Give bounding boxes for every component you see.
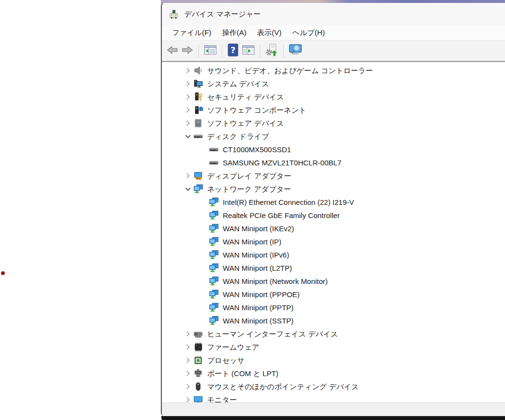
chevron-right-icon[interactable] (182, 342, 193, 353)
tree-item[interactable]: ディスプレイ アダプター (162, 169, 505, 182)
tree-item-label: システム デバイス (207, 77, 269, 90)
tree-item-label: WAN Miniport (SSTP) (223, 314, 293, 327)
tree-item-label: WAN Miniport (Network Monitor) (223, 275, 328, 288)
menu-file[interactable]: ファイル(F) (167, 28, 217, 38)
back-button[interactable] (165, 42, 180, 59)
tree-item[interactable]: プロセッサ (162, 354, 505, 367)
menu-action[interactable]: 操作(A) (217, 28, 252, 38)
toolbar-separator (198, 44, 199, 58)
tree-item-label: ディスク ドライブ (207, 130, 269, 143)
tree-item-label: ディスプレイ アダプター (207, 169, 291, 182)
show-action-pane-button[interactable] (240, 42, 256, 59)
toolbar: ? (162, 40, 505, 62)
tree-item[interactable]: WAN Miniport (IKEv2) (162, 222, 505, 235)
disk-drive-icon (209, 144, 219, 155)
chevron-right-icon[interactable] (182, 355, 193, 366)
chevron-right-icon[interactable] (182, 79, 193, 89)
tree-item-label: サウンド、ビデオ、およびゲーム コントローラー (207, 64, 373, 77)
tree-item[interactable]: ソフトウェア コンポーネント (162, 103, 505, 117)
network-adapter-icon (209, 223, 219, 234)
chevron-right-icon[interactable] (182, 171, 193, 181)
port-icon (193, 368, 203, 379)
network-adapter-icon (209, 197, 219, 207)
toolbar-separator (222, 44, 222, 58)
chevron-right-icon[interactable] (182, 92, 193, 102)
tree-item[interactable]: WAN Miniport (Network Monitor) (162, 275, 505, 288)
tree-item[interactable]: ディスク ドライブ (162, 130, 505, 143)
help-button[interactable]: ? (226, 42, 240, 59)
menu-view[interactable]: 表示(V) (252, 28, 287, 38)
network-adapter-icon (209, 237, 219, 247)
chevron-right-icon[interactable] (182, 368, 193, 379)
network-adapter-icon (209, 316, 219, 326)
tree-item[interactable]: ネットワーク アダプター (162, 182, 505, 196)
computer-search-icon (289, 43, 303, 58)
tree-item[interactable]: ヒューマン インターフェイス デバイス (162, 327, 505, 340)
tree-item-label: WAN Miniport (IKEv2) (223, 222, 294, 235)
tree-item[interactable]: ソフトウェア デバイス (162, 117, 505, 130)
chevron-right-icon[interactable] (182, 395, 193, 403)
show-console-tree-button[interactable] (202, 42, 218, 59)
tree-item-label: WAN Miniport (IP) (223, 235, 281, 248)
tree-item[interactable]: セキュリティ デバイス (162, 90, 505, 103)
tree-item[interactable]: Realtek PCIe GbE Family Controller (162, 209, 505, 222)
chevron-right-icon[interactable] (182, 65, 193, 76)
tree-item-label: Realtek PCIe GbE Family Controller (223, 209, 340, 222)
network-adapter-icon (209, 263, 219, 273)
status-bar (162, 402, 505, 416)
window-title: デバイス マネージャー (184, 10, 261, 19)
scan-hardware-changes-button[interactable] (264, 42, 280, 59)
chevron-right-icon[interactable] (182, 329, 193, 340)
chevron-right-icon[interactable] (182, 118, 193, 129)
tree-item[interactable]: WAN Miniport (PPPOE) (162, 288, 505, 301)
network-adapter-icon (209, 276, 219, 286)
device-search-button[interactable] (287, 42, 304, 59)
tree-item-label: WAN Miniport (IPv6) (223, 248, 289, 261)
tree-item-label: SAMSUNG MZVL21T0HCLR-00BL7 (223, 156, 341, 169)
software-component-icon (193, 105, 203, 115)
arrow-right-icon (181, 44, 194, 58)
device-manager-icon (169, 9, 179, 20)
tree-item[interactable]: マウスとそのほかのポインティング デバイス (162, 380, 505, 393)
tree-item-label: Intel(R) Ethernet Connection (22) I219-V (223, 196, 354, 209)
svg-text:?: ? (231, 45, 235, 55)
tree-item[interactable]: CT1000MX500SSD1 (162, 143, 505, 156)
tree-item[interactable]: ファームウェア (162, 340, 505, 354)
tree-item[interactable]: SAMSUNG MZVL21T0HCLR-00BL7 (162, 156, 505, 169)
tree-item-label: WAN Miniport (PPTP) (223, 301, 293, 314)
menu-help[interactable]: ヘルプ(H) (287, 28, 330, 38)
help-icon: ? (228, 43, 238, 59)
arrow-left-icon (166, 44, 178, 58)
tree-item[interactable]: ポート (COM と LPT) (162, 367, 505, 380)
tree-item[interactable]: WAN Miniport (IPv6) (162, 248, 505, 261)
tree-item-label: WAN Miniport (L2TP) (223, 261, 292, 275)
forward-button[interactable] (180, 42, 195, 59)
tree-item[interactable]: WAN Miniport (PPTP) (162, 301, 505, 314)
tree-item[interactable]: サウンド、ビデオ、およびゲーム コントローラー (162, 64, 505, 77)
network-adapter-icon (209, 302, 219, 313)
security-device-icon (193, 92, 203, 102)
tree-item[interactable]: WAN Miniport (SSTP) (162, 314, 505, 327)
window-bottom-edge (161, 416, 505, 420)
chevron-down-icon[interactable] (182, 131, 193, 142)
network-adapter-icon (209, 250, 219, 260)
chevron-right-icon[interactable] (182, 105, 193, 116)
device-manager-window: デバイス マネージャー ファイル(F)操作(A)表示(V)ヘルプ(H) ? サウ… (161, 3, 505, 416)
tree-item[interactable]: システム デバイス (162, 77, 505, 90)
action-pane-icon (242, 44, 255, 58)
tree-item-label: モニター (207, 393, 237, 402)
processor-icon (193, 355, 203, 365)
tree-item[interactable]: WAN Miniport (L2TP) (162, 261, 505, 275)
tree-item-label: WAN Miniport (PPPOE) (223, 288, 300, 301)
chevron-down-icon[interactable] (182, 184, 193, 195)
tree-item-label: セキュリティ デバイス (207, 90, 284, 103)
mouse-icon (193, 381, 203, 392)
hid-icon (193, 329, 203, 339)
tree-item-label: ネットワーク アダプター (207, 182, 291, 196)
tree-item[interactable]: Intel(R) Ethernet Connection (22) I219-V (162, 196, 505, 209)
tree-item-label: プロセッサ (207, 354, 245, 367)
tree-item[interactable]: WAN Miniport (IP) (162, 235, 505, 248)
tree-item[interactable]: モニター (162, 393, 505, 402)
tree-item-label: ファームウェア (207, 340, 259, 354)
chevron-right-icon[interactable] (182, 381, 193, 392)
